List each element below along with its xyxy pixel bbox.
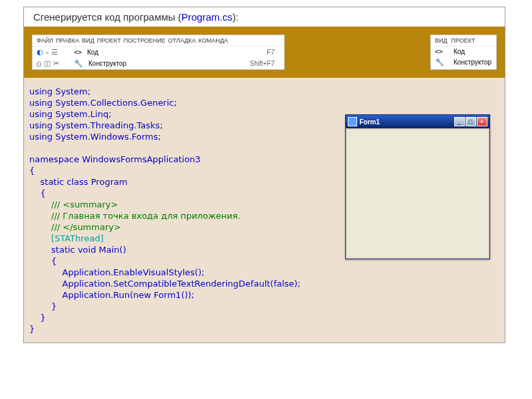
submenu-code-shortcut: F7 — [267, 49, 280, 56]
submenu-designer-label: Конструктор — [88, 60, 244, 67]
close-button[interactable]: × — [477, 117, 487, 126]
code-block: using System; using System.Collections.G… — [29, 86, 325, 334]
tool-icon-2[interactable]: ◫ — [44, 59, 51, 68]
title-suffix: ): — [232, 11, 238, 23]
menu-row-left: ФАЙЛ ПРАВКА ВИД ПРОЕКТ ПОСТРОЕНИЕ ОТЛАДК… — [33, 35, 284, 47]
summary-close: /// </summary> — [29, 222, 121, 232]
class-line: static class Program — [29, 177, 128, 187]
attr-line: [STAThread] — [29, 233, 104, 243]
main-line: static void Main() — [29, 245, 126, 255]
submenu-code-label: Код — [87, 49, 261, 56]
menu-view[interactable]: ВИД — [82, 37, 94, 44]
submenu-code[interactable]: ◐ ▫ ☰ <> Код F7 — [33, 47, 284, 58]
maximize-button[interactable]: □ — [466, 117, 476, 126]
nav-back-icon[interactable]: ◐ — [37, 48, 43, 57]
menu-project-r[interactable]: ПРОЕКТ — [452, 37, 475, 44]
form1-body[interactable] — [346, 128, 489, 259]
brace: { — [29, 188, 46, 198]
menu-build[interactable]: ПОСТРОЕНИЕ — [124, 37, 166, 44]
using-1: using System.Collections.Generic; — [29, 98, 177, 108]
nav-list-icon[interactable]: ☰ — [51, 48, 58, 57]
app-call-1: Application.EnableVisualStyles(); — [29, 267, 204, 277]
app-call-3: Application.Run(new Form1()); — [29, 290, 194, 300]
nav-separator-icon: ▫ — [46, 49, 49, 57]
menu-debug[interactable]: ОТЛАДКА — [168, 37, 196, 44]
code-icon-r: <> — [435, 48, 443, 55]
tool-icon-3[interactable]: ✂ — [53, 59, 59, 68]
title-prefix: Сгенерируется код программы ( — [33, 11, 182, 23]
form1-title: Form1 — [360, 118, 454, 126]
designer-icon-r: 🔧 — [435, 58, 444, 66]
submenu-code-r[interactable]: <> Код — [431, 47, 496, 57]
code-panel: using System; using System.Collections.G… — [24, 78, 330, 342]
menu-row-right: ВИД ПРОЕКТ — [431, 35, 496, 47]
page-title: Сгенерируется код программы (Program.cs)… — [24, 7, 505, 27]
menu-view-r[interactable]: ВИД — [435, 37, 448, 44]
brace: { — [29, 166, 35, 176]
submenu-designer-label-r: Конструктор — [454, 59, 492, 66]
submenu-designer-shortcut: Shift+F7 — [249, 60, 280, 67]
submenu-code-label-r: Код — [454, 48, 492, 55]
tool-icon-1[interactable]: ⎙ — [37, 60, 41, 68]
using-2: using System.Linq; — [29, 109, 112, 119]
using-3: using System.Threading.Tasks; — [29, 120, 163, 130]
brace: } — [29, 301, 57, 311]
minimize-button[interactable]: _ — [454, 117, 465, 126]
using-0: using System; — [29, 86, 90, 96]
menu-edit[interactable]: ПРАВКА — [56, 37, 79, 44]
summary-body: /// Главная точка входа для приложения. — [29, 211, 241, 221]
submenu-designer-r[interactable]: 🔧 Конструктор — [431, 57, 496, 68]
code-icon: <> — [74, 49, 82, 56]
menu-team[interactable]: КОМАНДА — [199, 37, 228, 44]
form1-window-icon — [348, 117, 357, 126]
brace: { — [29, 256, 57, 266]
form1-titlebar[interactable]: Form1 _ □ × — [346, 115, 489, 128]
using-4: using System.Windows.Forms; — [29, 132, 161, 142]
submenu-designer[interactable]: ⎙ ◫ ✂ 🔧 Конструктор Shift+F7 — [33, 58, 284, 69]
brace: } — [29, 324, 35, 334]
content-area: using System; using System.Collections.G… — [24, 78, 505, 342]
form1-window[interactable]: Form1 _ □ × — [345, 114, 490, 259]
app-call-2: Application.SetCompatibleTextRenderingDe… — [29, 279, 301, 289]
menu-file[interactable]: ФАЙЛ — [37, 37, 53, 44]
ocher-band: ФАЙЛ ПРАВКА ВИД ПРОЕКТ ПОСТРОЕНИЕ ОТЛАДК… — [24, 27, 505, 78]
namespace: namespace WindowsFormsApplication3 — [29, 154, 201, 164]
summary-open: /// <summary> — [29, 200, 118, 209]
toolbar-right: ВИД ПРОЕКТ <> Код 🔧 Конструктор — [430, 35, 497, 70]
preview-panel: Form1 _ □ × — [330, 78, 505, 342]
designer-icon: 🔧 — [74, 59, 83, 68]
brace: } — [29, 313, 46, 323]
menu-project[interactable]: ПРОЕКТ — [97, 37, 121, 44]
toolbar-left: ФАЙЛ ПРАВКА ВИД ПРОЕКТ ПОСТРОЕНИЕ ОТЛАДК… — [32, 35, 285, 70]
title-filename: Program.cs — [182, 11, 233, 23]
